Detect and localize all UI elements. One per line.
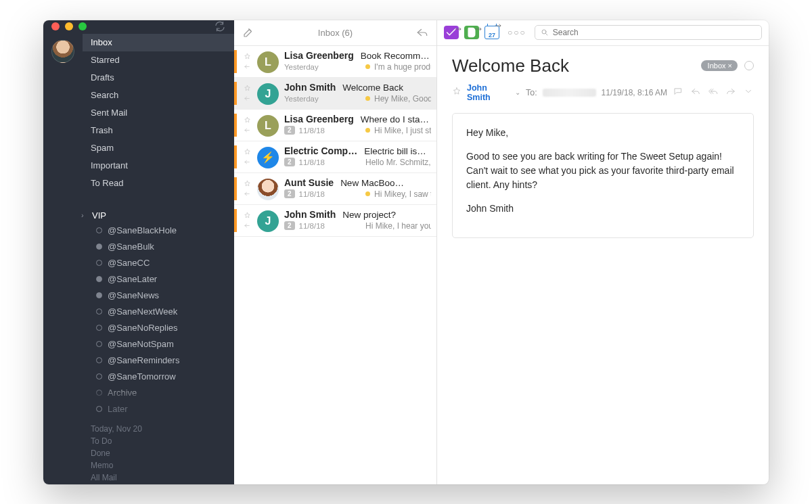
message-row[interactable]: L Lisa Greenberg Where do I sta… 2 11/8/… — [234, 110, 436, 141]
folder-search[interactable]: Search — [43, 87, 234, 104]
message-date: 11/8/18 — [299, 190, 325, 198]
star-icon[interactable] — [244, 148, 251, 156]
chat-icon[interactable] — [673, 87, 683, 98]
reply-icon[interactable] — [690, 87, 701, 98]
account-avatar[interactable] — [51, 40, 74, 63]
message-meta: Yesterday — [284, 63, 359, 71]
star-icon[interactable] — [452, 87, 461, 98]
folder-important[interactable]: Important — [43, 157, 234, 175]
message-preview: Hello Mr. Schmitz,… — [365, 158, 431, 167]
body-paragraph: Hey Mike, — [466, 126, 740, 140]
message-preview: Hi Mikey, I saw the… — [365, 189, 431, 199]
sender-name: Aunt Susie — [284, 177, 334, 188]
message-date: 11/8/18 — [299, 127, 325, 135]
search-field[interactable] — [535, 25, 762, 40]
search-input[interactable] — [553, 28, 756, 37]
star-icon[interactable] — [244, 180, 251, 187]
footer-todo[interactable]: To Do — [91, 435, 225, 447]
folder-drafts[interactable]: Drafts — [43, 69, 234, 87]
tag-sanenextweek[interactable]: @SaneNextWeek — [43, 304, 234, 320]
footer-today[interactable]: Today, Nov 20 — [91, 423, 225, 435]
tag-sanenotspam[interactable]: @SaneNotSpam — [43, 336, 234, 352]
search-icon — [541, 28, 549, 37]
sender-avatar — [257, 179, 279, 200]
tag-sanetomorrow[interactable]: @SaneTomorrow — [43, 369, 234, 385]
star-icon[interactable] — [244, 53, 251, 60]
chevron-down-icon[interactable] — [743, 87, 754, 98]
body-paragraph: Good to see you are back writing for The… — [466, 150, 740, 192]
chevron-right-icon: › — [81, 211, 88, 219]
message-row[interactable]: J John Smith Welcome Back Yesterday Hey … — [234, 78, 436, 110]
footer-memo[interactable]: Memo — [91, 459, 225, 472]
tag-archive[interactable]: Archive — [43, 385, 234, 401]
inbox-tag-pill[interactable]: Inbox × — [701, 60, 738, 71]
window-titlebar — [43, 20, 234, 32]
vip-header[interactable]: › VIP — [43, 208, 234, 223]
sender-name: Electric Comp… — [284, 145, 357, 156]
star-icon[interactable] — [244, 212, 251, 219]
folder-to-read[interactable]: To Read — [43, 175, 234, 192]
calendar-day: 27 — [489, 32, 495, 39]
message-meta: 2 11/8/18 — [284, 126, 359, 135]
message-meta: 2 11/8/18 — [284, 189, 359, 198]
footer-done[interactable]: Done — [91, 447, 225, 459]
message-subject: New project? — [342, 210, 431, 220]
folder-spam[interactable]: Spam — [43, 139, 234, 157]
tag-sanereminders[interactable]: @SaneReminders — [43, 352, 234, 369]
message-row[interactable]: ⚡ Electric Comp… Electric bill is… 2 11/… — [234, 141, 436, 173]
sidebar: Inbox Starred Drafts Search Sent Mail Tr… — [43, 20, 234, 484]
row-gutter — [242, 177, 252, 200]
to-label: To: — [526, 88, 537, 97]
message-header: Welcome Back Inbox × John Smith ⌄ To: 11… — [437, 46, 769, 108]
zoom-window-button[interactable] — [78, 22, 87, 30]
folder-starred[interactable]: Starred — [83, 51, 234, 69]
message-row[interactable]: L Lisa Greenberg Book Recomme… Yesterday… — [234, 46, 436, 78]
tag-sanecc[interactable]: @SaneCC — [43, 255, 234, 271]
message-row[interactable]: J John Smith New project? 2 11/8/18 Hi M… — [234, 205, 436, 237]
send-to-omnifocus-button[interactable] — [444, 26, 459, 39]
tag-later[interactable]: Later — [43, 401, 234, 417]
forward-icon[interactable] — [725, 87, 736, 98]
minimize-window-button[interactable] — [65, 22, 73, 30]
unread-stripe — [234, 82, 237, 105]
arrow-icon — [495, 22, 503, 28]
tag-sanebulk[interactable]: @SaneBulk — [43, 239, 234, 255]
sync-icon[interactable] — [214, 20, 226, 32]
message-subject: Book Recomme… — [361, 51, 431, 61]
send-to-calendar-button[interactable]: 27 — [484, 26, 499, 39]
tag-sanenews[interactable]: @SaneNews — [43, 288, 234, 304]
from-name[interactable]: John Smith — [467, 83, 510, 102]
thread-count-badge: 2 — [284, 189, 295, 198]
sender-avatar: J — [257, 83, 279, 105]
reply-icon[interactable] — [413, 26, 431, 39]
sidebar-footer: Today, Nov 20 To Do Done Memo All Mail — [43, 417, 234, 484]
compose-icon[interactable] — [240, 26, 257, 39]
flag-toggle[interactable] — [744, 61, 754, 70]
sender-avatar: L — [257, 115, 279, 137]
tag-sanenoreplies[interactable]: @SaneNoReplies — [43, 320, 234, 336]
star-icon[interactable] — [244, 85, 251, 92]
chevron-down-icon[interactable]: ⌄ — [515, 89, 520, 96]
unread-stripe — [234, 177, 237, 200]
message-row[interactable]: Aunt Susie New MacBoo… 2 11/8/18 Hi Mike… — [234, 173, 436, 205]
folder-inbox[interactable]: Inbox — [83, 34, 234, 51]
more-actions-button[interactable]: ○○○ — [505, 28, 529, 37]
sender-name: John Smith — [284, 82, 336, 93]
footer-allmail[interactable]: All Mail — [91, 472, 225, 484]
folder-trash[interactable]: Trash — [43, 122, 234, 139]
tag-sanelater[interactable]: @SaneLater — [43, 271, 234, 288]
star-icon[interactable] — [244, 116, 251, 124]
tag-saneblackhole[interactable]: @SaneBlackHole — [43, 223, 234, 239]
send-to-evernote-button[interactable] — [464, 26, 479, 39]
arrow-icon — [455, 21, 463, 33]
reply-all-icon[interactable] — [708, 87, 719, 98]
folder-sent[interactable]: Sent Mail — [43, 104, 234, 122]
svg-point-0 — [542, 30, 546, 34]
message-subject: Welcome Back — [342, 83, 431, 93]
row-gutter — [242, 145, 252, 168]
sender-avatar: L — [257, 51, 279, 73]
sender-name: Lisa Greenberg — [284, 114, 354, 124]
row-gutter — [242, 114, 252, 137]
message-list: L Lisa Greenberg Book Recomme… Yesterday… — [234, 46, 436, 237]
close-window-button[interactable] — [51, 22, 60, 30]
